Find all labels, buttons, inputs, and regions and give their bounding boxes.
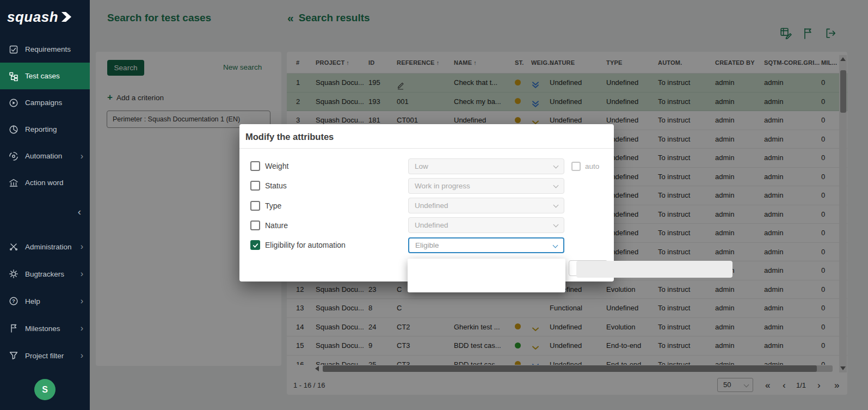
sidebar-menu-bottom: Administration › Bugtrackers › ? Help › … (0, 233, 90, 369)
field-label: Eligibility for automation (265, 241, 346, 249)
test-cases-icon (9, 71, 19, 81)
logo-arrow-icon (61, 11, 72, 22)
modify-attributes-dialog: Modify the attributes Weight Low auto St… (239, 124, 614, 282)
dialog-fields: Weight Low auto Status Work in progress … (239, 156, 614, 255)
sidebar-item-help[interactable]: ? Help › (0, 287, 90, 315)
field-label: Status (265, 181, 287, 190)
dialog-title: Modify the attributes (239, 124, 614, 149)
svg-text:?: ? (12, 298, 15, 304)
weight-checkbox[interactable] (250, 161, 260, 171)
eligibility-dropdown-panel (408, 259, 565, 292)
field-label: Weight (265, 162, 288, 170)
status-checkbox[interactable] (250, 181, 260, 191)
type-checkbox[interactable] (250, 201, 260, 211)
modal-field-nature: Nature Undefined (239, 216, 614, 235)
reporting-icon (9, 125, 19, 134)
chevron-right-icon: › (81, 151, 83, 161)
user-avatar[interactable]: S (34, 379, 56, 400)
dropdown-option-eligible[interactable] (576, 261, 732, 278)
automation-icon (9, 151, 19, 161)
app-logo[interactable]: squash (0, 0, 90, 34)
chevron-right-icon: › (81, 269, 83, 279)
sidebar-item-campaigns[interactable]: Campaigns (0, 89, 90, 116)
sidebar-item-automation[interactable]: Automation › (0, 143, 90, 169)
weight-select[interactable]: Low (408, 158, 564, 174)
type-select[interactable]: Undefined (408, 198, 564, 213)
modal-field-status: Status Work in progress (239, 176, 614, 195)
field-label: Type (265, 201, 281, 210)
sidebar-collapse-button[interactable]: ‹ (0, 204, 90, 220)
chevron-right-icon: › (81, 296, 83, 306)
auto-option: auto (571, 162, 599, 171)
logo-text: squash (7, 9, 58, 26)
campaigns-icon (9, 98, 19, 108)
sidebar-item-action-word[interactable]: Action word (0, 169, 90, 196)
nature-select[interactable]: Undefined (408, 217, 564, 233)
bugtrackers-icon (9, 269, 19, 279)
nature-checkbox[interactable] (250, 221, 260, 230)
sidebar-item-requirements[interactable]: Requirements (0, 36, 90, 63)
sidebar-item-administration[interactable]: Administration › (0, 233, 90, 260)
eligibility-for-automation-checkbox[interactable] (250, 240, 260, 250)
chevron-down-icon (553, 163, 559, 168)
modal-field-type: Type Undefined (239, 196, 614, 216)
modal-field-weight: Weight Low auto (239, 156, 614, 176)
chevron-down-icon (553, 182, 559, 188)
chevron-down-icon (553, 203, 559, 208)
requirements-icon (9, 45, 19, 54)
help-icon: ? (9, 296, 19, 306)
sidebar: squash Requirements Test cases Campaigns… (0, 0, 90, 410)
chevron-left-icon: ‹ (78, 206, 81, 217)
chevron-right-icon: › (81, 351, 83, 360)
status-select[interactable]: Work in progress (408, 178, 564, 194)
sidebar-item-reporting[interactable]: Reporting (0, 116, 90, 143)
administration-icon (9, 242, 19, 252)
project-filter-icon (9, 351, 19, 360)
sidebar-item-test-cases[interactable]: Test cases (0, 63, 90, 89)
chevron-right-icon: › (81, 323, 83, 333)
sidebar-item-milestones[interactable]: Milestones › (0, 315, 90, 342)
auto-checkbox[interactable] (571, 162, 581, 171)
modal-field-eligibility-for-automation: Eligibility for automation Eligible (239, 235, 614, 255)
sidebar-item-project-filter[interactable]: Project filter › (0, 342, 90, 369)
dropdown-option-to-instruct[interactable] (408, 259, 565, 276)
action-word-icon (9, 178, 19, 188)
auto-label: auto (585, 162, 599, 170)
field-label: Nature (265, 221, 288, 230)
dropdown-option-not-eligible[interactable] (408, 276, 565, 292)
chevron-down-icon (553, 242, 558, 248)
chevron-down-icon (553, 222, 559, 228)
milestones-icon (9, 323, 19, 333)
eligibility-for-automation-select[interactable]: Eligible (408, 237, 564, 253)
chevron-right-icon: › (81, 242, 83, 252)
sidebar-menu-top: Requirements Test cases Campaigns Report… (0, 36, 90, 196)
sidebar-item-bugtrackers[interactable]: Bugtrackers › (0, 260, 90, 287)
